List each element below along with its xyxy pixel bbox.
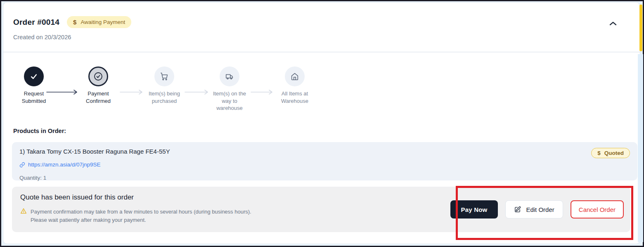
- quote-heading: Quote has been issued for this order: [20, 193, 251, 202]
- dollar-icon: $: [73, 19, 76, 26]
- step-label: Item(s) being purchased: [144, 90, 185, 104]
- created-date: Created on 20/3/2026: [13, 34, 71, 40]
- product-quantity: Quantity: 1: [19, 175, 630, 181]
- quoted-badge-label: Quoted: [604, 150, 624, 156]
- arrow-right-icon: [250, 89, 274, 95]
- order-progress-stepper: Request Submitted Payment Confirmed Item…: [3, 66, 640, 124]
- home-icon: [285, 66, 305, 86]
- order-title: Order #0014: [13, 18, 59, 27]
- link-icon: [19, 162, 25, 168]
- cancel-order-button[interactable]: Cancel Order: [571, 200, 624, 218]
- product-name: 1) Takara Tomy CX-15 Booster Raguna Rage…: [19, 148, 170, 155]
- chevron-up-icon: [609, 21, 617, 26]
- status-badge-label: Awaiting Payment: [80, 19, 125, 25]
- edit-order-button[interactable]: Edit Order: [505, 200, 563, 218]
- order-actions: Pay Now Edit Order Cancel Order: [450, 200, 624, 218]
- warning-line-2: Please wait patiently after making your …: [31, 216, 251, 224]
- collapse-button[interactable]: [608, 18, 618, 29]
- step-payment-confirmed: Payment Confirmed: [69, 66, 127, 104]
- step-label: Payment Confirmed: [78, 90, 119, 104]
- step-request-submitted: Request Submitted: [5, 66, 63, 104]
- products-heading: Products in Order:: [13, 128, 66, 134]
- step-label: Item(s) on the way to warehouse: [209, 90, 250, 112]
- product-list-item: 1) Takara Tomy CX-15 Booster Raguna Rage…: [12, 142, 637, 180]
- check-circle-icon: [88, 66, 108, 86]
- status-badge: $ Awaiting Payment: [67, 16, 131, 28]
- arrow-right-icon: [119, 89, 144, 95]
- arrow-right-icon: [46, 89, 79, 95]
- warning-icon: [20, 208, 27, 224]
- step-items-being-purchased: Item(s) being purchased: [135, 66, 193, 104]
- order-card: Order #0014 $ Awaiting Payment Created o…: [3, 2, 640, 244]
- cart-icon: [154, 66, 174, 86]
- quote-section: Quote has been issued for this order Pay…: [12, 187, 630, 232]
- dollar-icon: $: [597, 150, 601, 156]
- arrow-right-icon: [184, 89, 210, 95]
- edit-order-label: Edit Order: [526, 206, 554, 213]
- check-icon: [24, 66, 44, 86]
- scrollbar-track[interactable]: [638, 54, 643, 242]
- step-label: All Items at Warehouse: [274, 90, 315, 104]
- scrollbar-thumb[interactable]: [639, 5, 642, 51]
- edit-icon: [514, 206, 521, 213]
- step-all-items-warehouse: All Items at Warehouse: [266, 66, 324, 104]
- order-panel: Order #0014 $ Awaiting Payment Created o…: [0, 0, 644, 247]
- order-header: Order #0014 $ Awaiting Payment Created o…: [3, 2, 640, 52]
- product-url-link[interactable]: https://amzn.asia/d/07jnp9SE: [19, 162, 101, 168]
- quoted-badge: $ Quoted: [591, 148, 630, 158]
- truck-icon: [220, 66, 239, 86]
- warning-line-1: Payment confirmation may take from a few…: [31, 208, 251, 216]
- product-url-text: https://amzn.asia/d/07jnp9SE: [28, 162, 101, 168]
- pay-now-button[interactable]: Pay Now: [450, 200, 498, 218]
